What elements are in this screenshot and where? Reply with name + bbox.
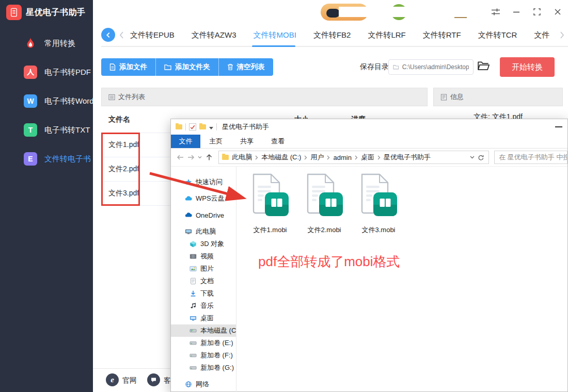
tab-file-to-mobi[interactable]: 文件转MOBI <box>254 30 296 40</box>
menu-home[interactable]: 主页 <box>200 135 231 148</box>
tree-item-3d-objects[interactable]: 3D 对象 <box>171 238 236 250</box>
back-button[interactable] <box>101 28 115 42</box>
tree-item-network[interactable]: 网络 <box>171 378 236 390</box>
sidebar-item-label: 电子书转PDF <box>44 68 91 77</box>
flame-icon <box>24 37 37 50</box>
tree-item-pictures[interactable]: 图片 <box>171 263 236 275</box>
official-site-link[interactable]: 官网 <box>122 376 137 385</box>
redaction-overlay <box>339 7 481 17</box>
app-sidebar: 星优电子书助手 常用转换 电子书转PDF W 电子书转Word T 电子书转TX… <box>0 0 93 392</box>
nav-back-icon[interactable] <box>175 153 186 161</box>
add-folder-button[interactable]: 添加文件夹 <box>155 58 218 76</box>
tree-item-volume-e[interactable]: 新加卷 (E:) <box>171 337 236 349</box>
menu-share[interactable]: 共享 <box>231 135 262 148</box>
info-doc-icon <box>440 94 447 101</box>
info-panel-header: 信息 <box>433 88 563 106</box>
file-list-header: 文件列表 <box>101 88 428 106</box>
tabs-scroll-left-icon[interactable] <box>119 31 124 41</box>
tree-item-local-disk-c[interactable]: 本地磁盘 (C:) <box>171 324 236 337</box>
explorer-minimize-icon[interactable] <box>555 126 562 127</box>
download-icon <box>190 290 197 297</box>
breadcrumb-users[interactable]: 用户 <box>310 153 324 162</box>
nav-forward-icon[interactable] <box>186 153 197 161</box>
txt-icon: T <box>24 123 37 137</box>
breadcrumb-c-drive[interactable]: 本地磁盘 (C:) <box>261 153 301 162</box>
mobi-file-item[interactable]: 文件2.mobi <box>299 172 349 235</box>
breadcrumb-desktop[interactable]: 桌面 <box>361 153 374 162</box>
maximize-icon[interactable] <box>531 6 543 18</box>
tree-item-onedrive[interactable]: OneDrive <box>171 209 236 221</box>
quick-access-check-icon[interactable] <box>189 123 196 130</box>
tab-file-to-fb2[interactable]: 文件转FB2 <box>313 30 351 40</box>
tree-item-music[interactable]: 音乐 <box>171 300 236 312</box>
save-dir-input[interactable]: C:\Users\admin\Desktop\ <box>388 59 474 75</box>
address-dropdown-icon[interactable] <box>468 156 476 159</box>
sidebar-item-file-to-ebook[interactable]: E 文件转电子书 <box>0 144 93 173</box>
tree-item-volume-f[interactable]: 新加卷 (F:) <box>171 349 236 362</box>
tree-item-videos[interactable]: 视频 <box>171 250 236 263</box>
tabs-scroll-right-icon[interactable] <box>559 31 565 41</box>
annotation-caption: pdf全部转成了mobi格式 <box>258 253 400 271</box>
menu-view[interactable]: 查看 <box>262 135 293 148</box>
search-input[interactable]: 在 星优电子书助手 中搜 <box>494 151 567 164</box>
tab-file-to-tcr[interactable]: 文件转TCR <box>478 30 517 40</box>
word-icon: W <box>24 94 37 108</box>
customer-service-icon[interactable] <box>147 373 160 386</box>
list-icon <box>108 94 115 101</box>
start-convert-button[interactable]: 开始转换 <box>500 57 555 77</box>
column-filename: 文件名 <box>108 115 130 124</box>
tree-item-this-pc[interactable]: 此电脑 <box>171 225 236 238</box>
breadcrumb[interactable]: 此电脑 本地磁盘 (C:) 用户 admin 桌面 星优电子书助手 <box>218 151 489 164</box>
breadcrumb-app-folder[interactable]: 星优电子书助手 <box>384 153 431 162</box>
sidebar-item-ebook-to-pdf[interactable]: 电子书转PDF <box>0 58 93 87</box>
tree-item-documents[interactable]: 文档 <box>171 275 236 287</box>
sidebar-item-common-convert[interactable]: 常用转换 <box>0 29 93 58</box>
chevron-right-icon <box>355 155 358 160</box>
mobi-file-icon <box>247 172 293 221</box>
minimize-icon[interactable] <box>510 6 523 18</box>
explorer-titlebar: 星优电子书助手 <box>171 119 567 135</box>
tab-truncated[interactable]: 文件 <box>534 30 549 40</box>
sidebar-item-ebook-to-txt[interactable]: T 电子书转TXT <box>0 116 93 144</box>
folder-icon <box>199 124 206 129</box>
menu-file[interactable]: 文件 <box>171 135 200 148</box>
folder-icon <box>222 155 229 160</box>
folder-icon <box>393 64 399 70</box>
nav-up-icon[interactable] <box>203 153 215 161</box>
tree-item-volume-g[interactable]: 新加卷 (G:) <box>171 362 236 374</box>
official-site-icon[interactable]: e <box>106 373 119 386</box>
film-icon <box>190 253 197 260</box>
tab-file-to-lrf[interactable]: 文件转LRF <box>368 30 405 40</box>
pdf-icon <box>24 66 37 79</box>
breadcrumb-this-pc[interactable]: 此电脑 <box>232 153 252 162</box>
app-title: 星优电子书助手 <box>26 7 86 18</box>
chevron-right-icon <box>377 155 381 160</box>
explorer-window-title: 星优电子书助手 <box>222 122 269 132</box>
sidebar-item-ebook-to-word[interactable]: W 电子书转Word <box>0 87 93 116</box>
recent-locations-icon[interactable] <box>196 156 203 159</box>
annotation-arrow <box>146 166 254 209</box>
qat-dropdown-icon[interactable] <box>209 122 213 132</box>
browse-folder-icon[interactable] <box>477 60 491 74</box>
tab-file-to-rtf[interactable]: 文件转RTF <box>423 30 461 40</box>
tab-file-to-epub[interactable]: 文件转EPUB <box>130 30 175 40</box>
ebook-icon: E <box>24 152 37 166</box>
tree-item-downloads[interactable]: 下载 <box>171 287 236 300</box>
tree-item-desktop[interactable]: 桌面 <box>171 312 236 324</box>
settings-sliders-icon[interactable] <box>490 6 502 18</box>
close-icon[interactable] <box>551 6 564 18</box>
chevron-right-icon <box>304 155 307 160</box>
chevron-right-icon <box>327 155 330 160</box>
redacted-badge-glyph <box>326 9 340 18</box>
refresh-icon[interactable] <box>476 154 485 161</box>
breadcrumb-admin[interactable]: admin <box>333 154 351 161</box>
drive-icon <box>190 352 197 359</box>
tabbar-divider <box>101 46 568 47</box>
mobi-file-item[interactable]: 文件3.mobi <box>354 172 403 235</box>
clear-list-button[interactable]: 清空列表 <box>218 58 273 76</box>
sidebar-item-label: 常用转换 <box>44 39 75 48</box>
active-tab-underline <box>252 45 295 47</box>
add-file-button[interactable]: 添加文件 <box>101 58 155 76</box>
sidebar-item-label: 电子书转TXT <box>44 125 90 135</box>
tab-file-to-azw3[interactable]: 文件转AZW3 <box>192 30 236 40</box>
